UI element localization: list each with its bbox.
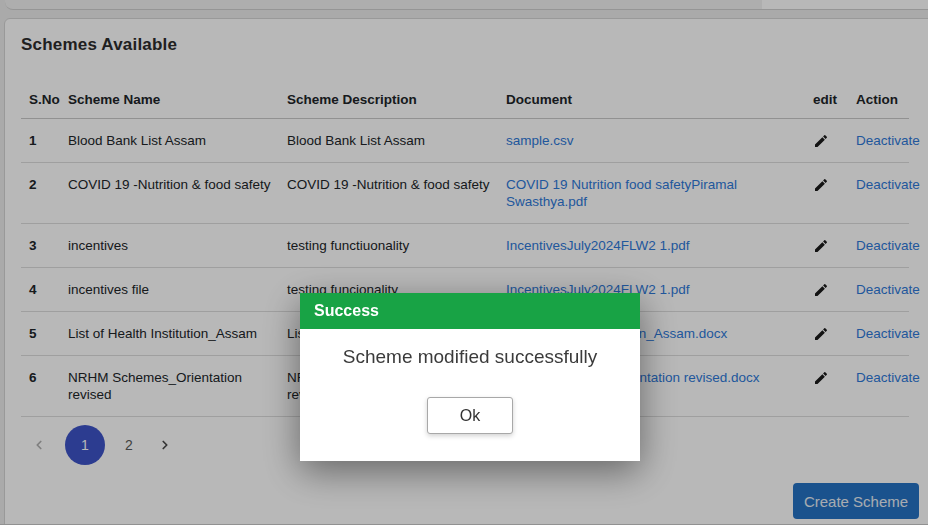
ok-button[interactable]: Ok (427, 397, 513, 434)
modal-title: Success (300, 293, 640, 329)
modal-message: Scheme modified successfully (300, 346, 640, 368)
success-modal: Success Scheme modified successfully Ok (300, 293, 640, 461)
